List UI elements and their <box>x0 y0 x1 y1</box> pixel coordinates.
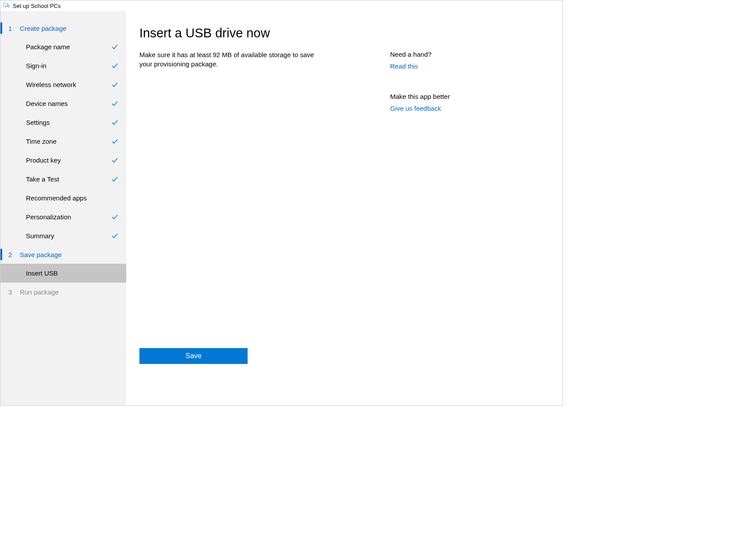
sidebar: 1 Create package Package name Sign-in Wi… <box>0 11 126 405</box>
step-number: 2 <box>8 251 20 258</box>
check-icon <box>111 138 118 145</box>
step-label: Create package <box>20 25 66 32</box>
substep-label: Product key <box>26 156 61 164</box>
step-number: 3 <box>8 288 20 296</box>
titlebar: Set up School PCs <box>0 0 562 11</box>
substep-summary[interactable]: Summary <box>0 226 126 245</box>
main-content: Insert a USB drive now Make sure it has … <box>126 11 562 405</box>
help-heading-need-a-hand: Need a hand? <box>390 51 469 58</box>
step-label: Save package <box>20 251 62 258</box>
substep-personalization[interactable]: Personalization <box>0 207 126 226</box>
substep-package-name[interactable]: Package name <box>0 37 126 56</box>
check-icon <box>111 100 118 107</box>
check-icon <box>111 81 118 88</box>
read-this-link[interactable]: Read this <box>390 62 469 70</box>
help-panel: Need a hand? Read this Make this app bet… <box>390 26 469 392</box>
help-heading-feedback: Make this app better <box>390 93 469 100</box>
check-icon <box>111 157 118 164</box>
check-icon <box>111 62 118 69</box>
step-save-package[interactable]: 2 Save package <box>0 245 126 264</box>
substep-label: Personalization <box>26 213 71 221</box>
substep-sign-in[interactable]: Sign-in <box>0 56 126 75</box>
check-icon <box>111 214 118 221</box>
substep-label: Time zone <box>26 138 56 145</box>
check-icon <box>111 119 118 126</box>
step-create-package[interactable]: 1 Create package <box>0 19 126 37</box>
substep-settings[interactable]: Settings <box>0 113 126 132</box>
substep-label: Settings <box>26 119 50 126</box>
substep-label: Wireless network <box>26 81 76 88</box>
substep-label: Take a Test <box>26 175 59 183</box>
window-title: Set up School PCs <box>13 3 61 9</box>
step-run-package[interactable]: 3 Run package <box>0 283 126 301</box>
app-icon <box>3 2 10 10</box>
substep-label: Package name <box>26 43 70 51</box>
substep-time-zone[interactable]: Time zone <box>0 132 126 151</box>
svg-point-4 <box>8 6 9 7</box>
save-button[interactable]: Save <box>139 348 248 364</box>
substep-device-names[interactable]: Device names <box>0 94 126 113</box>
substep-take-a-test[interactable]: Take a Test <box>0 170 126 189</box>
substep-label: Sign-in <box>26 62 47 69</box>
page-description: Make sure it has at least 92 MB of avail… <box>139 50 324 69</box>
substep-recommended-apps[interactable]: Recommended apps <box>0 189 126 207</box>
check-icon <box>111 233 118 240</box>
substep-label: Device names <box>26 100 68 107</box>
step-number: 1 <box>8 25 20 32</box>
substep-label: Recommended apps <box>26 194 87 202</box>
check-icon <box>111 176 118 183</box>
substep-label: Summary <box>26 232 54 240</box>
substep-wireless-network[interactable]: Wireless network <box>0 75 126 94</box>
substep-label: Insert USB <box>26 269 58 277</box>
page-title: Insert a USB drive now <box>139 26 364 40</box>
give-feedback-link[interactable]: Give us feedback <box>390 105 469 112</box>
step-label: Run package <box>20 288 58 296</box>
check-icon <box>111 44 118 51</box>
substep-product-key[interactable]: Product key <box>0 151 126 170</box>
substep-insert-usb[interactable]: Insert USB <box>0 264 126 283</box>
